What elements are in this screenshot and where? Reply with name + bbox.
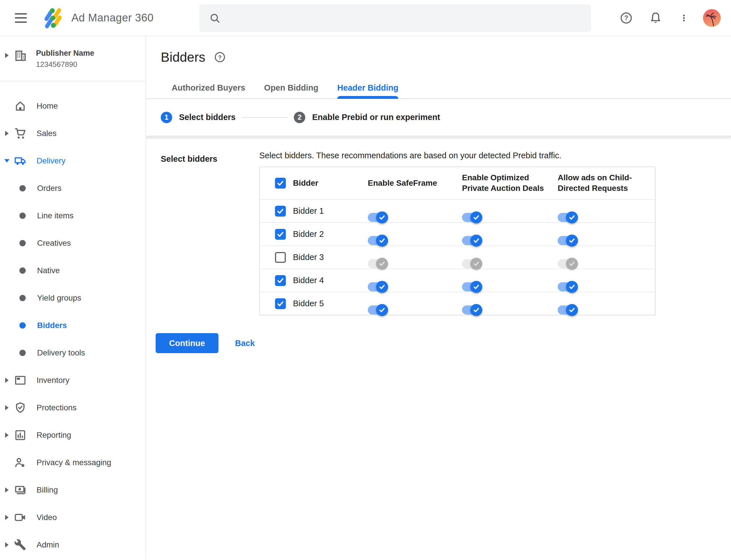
page-help-icon[interactable]: ?: [214, 51, 226, 63]
bidder-name: Bidder 4: [293, 276, 324, 285]
step-enable-prebid-or-run-experiment[interactable]: 2 Enable Prebid or run experiment: [294, 112, 440, 123]
cart-icon: [14, 127, 27, 140]
sidebar-item-admin[interactable]: Admin: [0, 531, 146, 559]
inventory-icon: [14, 374, 27, 387]
bullet-icon: [19, 240, 26, 246]
sidebar-item-label: Yield groups: [37, 293, 81, 303]
sidebar-item-video[interactable]: Video: [0, 504, 146, 531]
chevron-right-icon: [5, 542, 9, 547]
section-label: Select bidders: [161, 151, 259, 315]
search-input[interactable]: [221, 4, 591, 32]
table-row-bidder-4: Bidder 4: [260, 269, 655, 292]
bullet-icon: [19, 213, 26, 219]
column-header-enable-optimized-private-auction-deals: Enable Optimized Private Auction Deals: [462, 173, 558, 194]
sidebar-item-label: Orders: [37, 184, 62, 193]
sidebar-item-privacy-messaging[interactable]: Privacy & messaging: [0, 449, 146, 476]
search-bar[interactable]: [199, 4, 591, 32]
sidebar-item-billing[interactable]: Billing: [0, 476, 146, 504]
step-label: Select bidders: [179, 113, 236, 122]
video-camera-icon: [14, 511, 27, 524]
svg-text:?: ?: [218, 54, 222, 61]
publisher-id: 1234567890: [36, 60, 94, 69]
checkbox-bidder-4[interactable]: [275, 275, 286, 286]
back-button[interactable]: Back: [235, 339, 255, 348]
sidebar-item-sales[interactable]: Sales: [0, 120, 146, 147]
bullet-icon: [19, 322, 26, 329]
wrench-icon: [14, 538, 27, 551]
column-header-bidder: Bidder: [293, 178, 319, 189]
column-header-allow-ads-on-child-directed-requests: Allow ads on Child-Directed Requests: [558, 173, 655, 194]
sidebar-item-label: Creatives: [37, 239, 71, 248]
sidebar-item-label: Line items: [37, 211, 74, 220]
table-row-bidder-5: Bidder 5: [260, 292, 655, 315]
chevron-right-icon: [5, 515, 9, 520]
truck-icon: [14, 154, 27, 167]
tab-bar: Authorized BuyersOpen BiddingHeader Bidd…: [146, 83, 731, 99]
checkbox-bidder-1[interactable]: [275, 206, 286, 217]
sidebar-item-native[interactable]: Native: [0, 257, 146, 284]
column-header-enable-safeframe: Enable SafeFrame: [368, 178, 462, 189]
tab-authorized-buyers[interactable]: Authorized Buyers: [172, 83, 245, 98]
sidebar-item-label: Protections: [37, 403, 77, 412]
chevron-right-icon: [5, 405, 9, 410]
sidebar-item-creatives[interactable]: Creatives: [0, 229, 146, 257]
stepper: 1 Select bidders2 Enable Prebid or run e…: [146, 99, 731, 136]
bidder-name: Bidder 2: [293, 229, 324, 239]
person-privacy-icon: [14, 456, 27, 469]
page-title: Bidders: [161, 49, 205, 65]
sidebar-item-orders[interactable]: Orders: [0, 175, 146, 202]
shield-check-icon: [14, 401, 27, 414]
avatar[interactable]: [703, 9, 721, 27]
table-row-bidder-1: Bidder 1: [260, 199, 655, 222]
sidebar-item-protections[interactable]: Protections: [0, 394, 146, 421]
sidebar-item-home[interactable]: Home: [0, 92, 146, 120]
bullet-icon: [19, 295, 26, 301]
sidebar-item-delivery[interactable]: Delivery: [0, 147, 146, 175]
help-icon[interactable]: ?: [620, 11, 633, 25]
chevron-right-icon: [5, 53, 9, 58]
bullet-icon: [19, 267, 26, 274]
sidebar-item-label: Video: [37, 513, 57, 522]
account-switcher[interactable]: Publisher Name 1234567890: [0, 36, 146, 69]
sidebar-item-bidders[interactable]: Bidders: [0, 312, 146, 339]
sidebar-item-reporting[interactable]: Reporting: [0, 421, 146, 449]
top-app-bar: Ad Manager 360 ?: [0, 0, 731, 36]
notifications-bell-icon[interactable]: [649, 11, 662, 25]
bidders-table: BidderEnable SafeFrameEnable Optimized P…: [259, 167, 656, 315]
sidebar-item-label: Billing: [37, 485, 58, 495]
svg-text:?: ?: [624, 14, 628, 22]
select-all-checkbox[interactable]: [275, 178, 286, 189]
tab-open-bidding[interactable]: Open Bidding: [264, 83, 319, 98]
building-icon: [14, 49, 27, 63]
sidebar-item-label: Admin: [37, 540, 59, 549]
step-select-bidders[interactable]: 1 Select bidders: [161, 112, 236, 123]
sidebar-item-label: Sales: [37, 129, 57, 138]
table-header-row: BidderEnable SafeFrameEnable Optimized P…: [260, 167, 655, 199]
home-icon: [14, 99, 27, 113]
tab-header-bidding[interactable]: Header Bidding: [337, 83, 398, 98]
chevron-right-icon: [5, 433, 9, 438]
sidebar-item-inventory[interactable]: Inventory: [0, 367, 146, 394]
chevron-right-icon: [5, 487, 9, 493]
bullet-icon: [19, 185, 26, 191]
sidebar-item-delivery-tools[interactable]: Delivery tools: [0, 339, 146, 367]
sidebar-item-label: Privacy & messaging: [37, 458, 111, 467]
sidebar-item-label: Bidders: [37, 321, 67, 330]
money-icon: [14, 483, 27, 497]
checkbox-bidder-3[interactable]: [275, 252, 286, 263]
sidebar-item-label: Reporting: [37, 431, 71, 440]
bidder-name: Bidder 5: [293, 299, 324, 308]
table-row-bidder-2: Bidder 2: [260, 222, 655, 245]
app-title: Ad Manager 360: [71, 12, 154, 24]
checkbox-bidder-5[interactable]: [275, 298, 286, 309]
main-content: Bidders ? Authorized BuyersOpen BiddingH…: [146, 36, 731, 559]
sidebar-item-yield-groups[interactable]: Yield groups: [0, 284, 146, 312]
step-number: 2: [294, 112, 305, 123]
checkbox-bidder-2[interactable]: [275, 229, 286, 240]
section-divider: [146, 136, 731, 138]
sidebar-item-line-items[interactable]: Line items: [0, 202, 146, 229]
overflow-kebab-icon[interactable]: [680, 11, 688, 25]
menu-icon[interactable]: [15, 13, 27, 23]
continue-button[interactable]: Continue: [156, 333, 219, 353]
publisher-name: Publisher Name: [36, 49, 94, 58]
